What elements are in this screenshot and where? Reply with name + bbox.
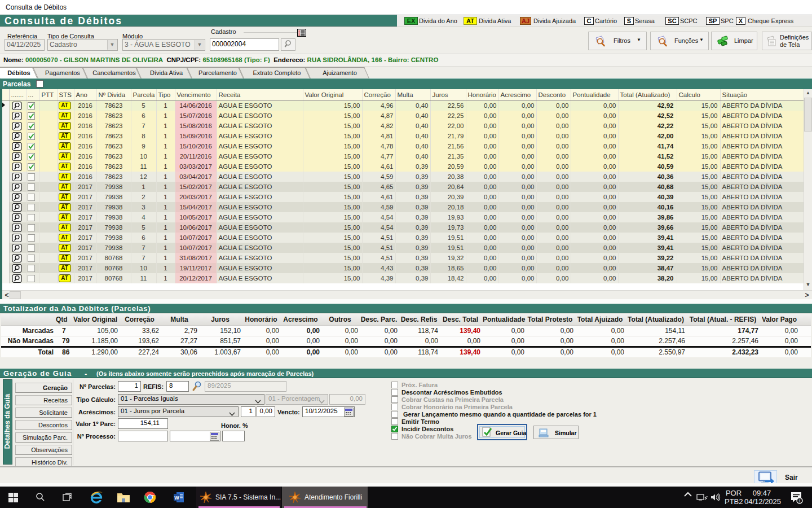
svg-text:W: W: [174, 495, 179, 501]
svg-text:1: 1: [798, 498, 801, 503]
